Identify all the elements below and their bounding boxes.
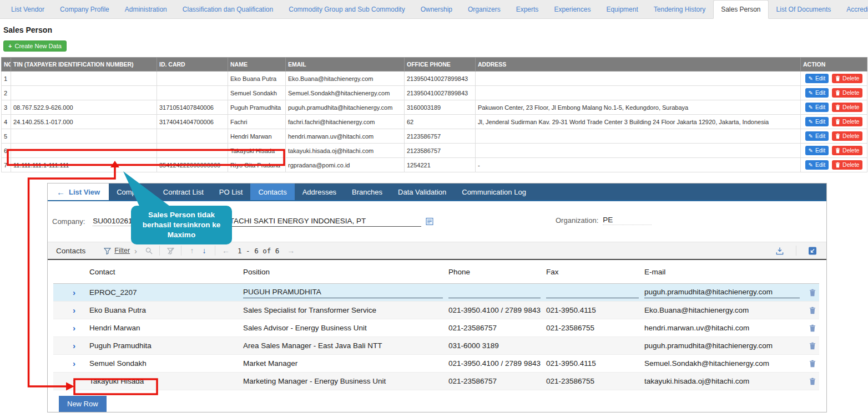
cell-office-phone: 62	[405, 115, 476, 129]
clear-filter-icon[interactable]	[164, 247, 176, 254]
delete-contact-button[interactable]	[805, 360, 819, 368]
edit-button[interactable]: ✎ Edit	[805, 117, 829, 126]
maximo-tab-label: Branches	[352, 188, 382, 196]
row-expand-chevron-icon[interactable]: ›	[53, 359, 89, 368]
edit-button[interactable]: ✎ Edit	[805, 146, 829, 155]
delete-contact-button[interactable]	[805, 342, 819, 350]
top-nav-tab[interactable]: Accreditation	[839, 0, 868, 18]
top-nav-tab[interactable]: Classification dan Qualification	[175, 0, 281, 18]
organization-value-field[interactable]: PE	[603, 216, 652, 225]
expand-table-icon[interactable]	[806, 247, 819, 255]
top-nav-tab-label: Organizers	[468, 6, 501, 13]
long-description-icon[interactable]	[426, 217, 433, 226]
row-expand-chevron-icon[interactable]: ›	[53, 305, 89, 315]
edit-button[interactable]: ✎ Edit	[805, 88, 829, 98]
trash-icon	[809, 360, 816, 368]
delete-contact-button[interactable]	[805, 289, 819, 297]
edit-button[interactable]: ✎ Edit	[805, 103, 829, 112]
cell-tin: 11.111.111.1-111.111	[11, 158, 157, 172]
new-row-button[interactable]: New Row	[59, 396, 107, 412]
download-icon[interactable]	[774, 247, 786, 255]
position-cell: Market Manager	[243, 359, 448, 368]
delete-contact-button[interactable]	[805, 324, 819, 332]
filter-expand-chevron[interactable]: ›	[134, 246, 137, 256]
top-nav-tab-label: Ownership	[421, 6, 452, 13]
delete-button[interactable]: Delete	[832, 160, 862, 170]
delete-contact-button[interactable]	[805, 378, 819, 385]
delete-button[interactable]: Delete	[832, 131, 862, 141]
maximo-tab[interactable]: Contacts	[250, 183, 294, 200]
delete-button[interactable]: Delete	[832, 146, 862, 155]
top-nav-tab[interactable]: Organizers	[460, 0, 508, 18]
delete-button[interactable]: Delete	[832, 117, 862, 126]
cell-id-card	[157, 144, 228, 158]
maximo-tab[interactable]: Contract List	[155, 183, 211, 200]
contacts-table-header: Contact Position Phone Fax E-mail	[53, 260, 819, 284]
maximo-tab[interactable]: Addresses	[295, 183, 344, 200]
maximo-tab[interactable]: Branches	[344, 183, 390, 200]
top-nav-tab-label: List Vendor	[11, 6, 44, 13]
previous-row-arrow-icon[interactable]: ↑	[186, 246, 198, 255]
cell-name: Takayuki Hisada	[228, 144, 286, 158]
position-cell: Area Sales Manager - East Java Bali NTT	[243, 341, 448, 350]
top-nav-tab-label: Accreditation	[846, 6, 868, 13]
top-nav-tab[interactable]: List Vendor	[3, 0, 52, 18]
phone-cell: 021-23586757	[448, 377, 546, 385]
row-expand-chevron-icon[interactable]: ›	[53, 341, 89, 350]
phone-cell	[448, 287, 541, 298]
maximo-tab[interactable]: Communication Log	[454, 183, 534, 200]
maximo-tab[interactable]: PO List	[211, 183, 251, 200]
list-view-back-button[interactable]: ← List View	[48, 183, 109, 200]
top-nav-tab[interactable]: Commodity Group and Sub Commodity	[281, 0, 412, 18]
search-icon[interactable]	[143, 247, 155, 254]
top-nav-tab[interactable]: Experts	[508, 0, 547, 18]
create-new-data-button[interactable]: + Create New Data	[3, 40, 67, 52]
row-expand-chevron-icon[interactable]: ›	[53, 323, 89, 333]
top-nav-tab[interactable]: Tendering History	[646, 0, 713, 18]
cell-email: takayuki.hisada.oj@hitachi.com	[286, 144, 405, 158]
cell-tin	[11, 72, 157, 86]
top-nav-tab[interactable]: List Of Documents	[769, 0, 839, 18]
cell-name: Fachri	[228, 115, 286, 129]
trash-icon	[835, 162, 840, 168]
cell-id-card: 354124222000000000	[157, 158, 228, 172]
maximo-tabs: Company Contract List PO List Contacts A…	[109, 183, 826, 200]
maximo-tab[interactable]: Company	[109, 183, 155, 200]
top-nav-tab[interactable]: Ownership	[413, 0, 460, 18]
edit-button[interactable]: ✎ Edit	[805, 160, 829, 170]
sales-table-body: 1 Eko Buana Putra Eko.Buana@hitachienerg…	[2, 72, 867, 172]
trash-icon	[835, 147, 840, 154]
create-button-label: Create New Data	[14, 43, 61, 49]
fax-cell: 021-23586755	[546, 324, 644, 332]
filter-funnel-icon[interactable]	[101, 247, 113, 254]
contact-row: › Eko Buana Putra Sales Specialist for T…	[53, 302, 819, 319]
cell-action: ✎ Edit Delete	[801, 86, 867, 100]
delete-label: Delete	[842, 75, 859, 82]
top-nav-tab[interactable]: Experiences	[546, 0, 598, 18]
delete-button[interactable]: Delete	[832, 103, 862, 112]
next-page-icon[interactable]: →	[285, 246, 297, 255]
top-nav-tab[interactable]: Equipment	[598, 0, 645, 18]
top-nav-tab[interactable]: Company Profile	[52, 0, 117, 18]
filter-link[interactable]: Filter	[114, 247, 130, 254]
cell-tin	[11, 144, 157, 158]
delete-contact-button[interactable]	[805, 307, 819, 314]
top-nav-tab[interactable]: Sales Person	[713, 0, 768, 19]
previous-page-icon[interactable]: ←	[220, 246, 232, 255]
cell-name: Riyo Gita Pradana	[228, 158, 286, 172]
cell-address	[476, 86, 801, 100]
cell-email: rgpradana@pomi.co.id	[286, 158, 405, 172]
cell-no: 6	[2, 144, 11, 158]
delete-button[interactable]: Delete	[832, 88, 862, 98]
edit-pencil-icon: ✎	[809, 132, 813, 140]
edit-button[interactable]: ✎ Edit	[805, 74, 829, 83]
next-row-arrow-icon[interactable]: ↓	[198, 246, 210, 255]
edit-button[interactable]: ✎ Edit	[805, 131, 829, 141]
contact-row: › Puguh Pramudhita Area Sales Manager - …	[53, 337, 819, 355]
top-nav-tab[interactable]: Administration	[117, 0, 175, 18]
maximo-tab[interactable]: Data Validation	[390, 183, 454, 200]
cell-office-phone: 3160003189	[405, 100, 476, 115]
delete-button[interactable]: Delete	[832, 74, 862, 83]
row-expand-chevron-icon[interactable]: ›	[53, 376, 89, 386]
row-expand-chevron-icon[interactable]: ›	[53, 288, 89, 297]
